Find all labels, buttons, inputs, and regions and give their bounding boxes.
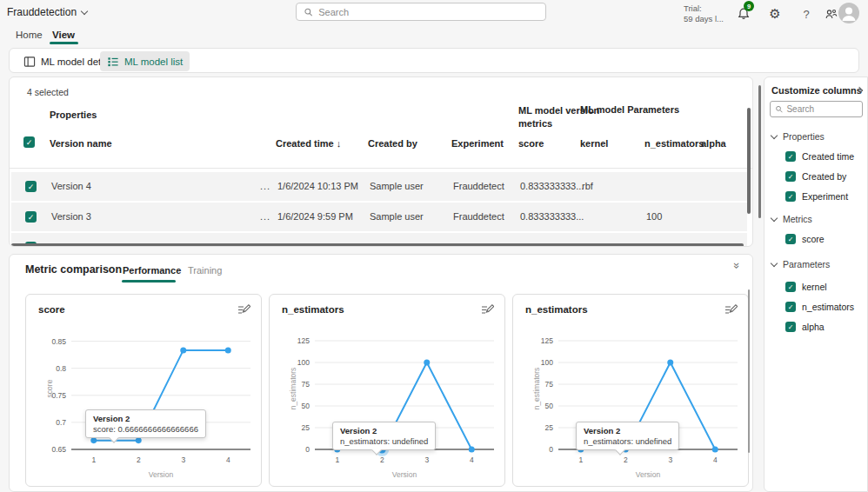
search-input[interactable]	[318, 7, 538, 17]
workspace-switcher[interactable]: Frauddetection	[7, 6, 87, 18]
svg-text:0.7: 0.7	[56, 418, 66, 427]
global-search[interactable]	[296, 3, 546, 21]
column-search-input[interactable]	[786, 104, 858, 114]
n-estimators-line-chart[interactable]: 02550751001251234n_estimatorsVersion	[270, 319, 506, 488]
score-value: 0.833333333...	[520, 181, 584, 191]
svg-text:100: 100	[297, 358, 310, 367]
svg-text:n_estimators: n_estimators	[289, 368, 297, 410]
table-vertical-scrollbar[interactable]	[747, 108, 751, 214]
active-metric-tab-indicator	[122, 280, 176, 283]
tooltip-value: n_estimators: undefined	[584, 436, 671, 446]
settings-button[interactable]: ⚙	[767, 6, 783, 22]
chart-tooltip: Version 2 n_estimators: undefined	[332, 422, 436, 450]
svg-text:1: 1	[578, 455, 583, 464]
svg-text:Version: Version	[392, 470, 417, 479]
edit-chart-icon[interactable]	[724, 303, 738, 316]
n-estimators-line-chart[interactable]: 02550751001251234n_estimatorsVersion	[513, 319, 750, 488]
select-all-checkbox[interactable]: ✓	[23, 136, 35, 148]
trial-status[interactable]: Trial: 59 days l...	[684, 3, 724, 24]
notification-badge: 9	[744, 1, 754, 11]
section-metrics[interactable]: Metrics	[771, 214, 812, 224]
column-header-created-time[interactable]: Created time ↓	[276, 138, 341, 149]
svg-text:4: 4	[470, 455, 474, 464]
tooltip-title: Version 2	[93, 414, 198, 423]
svg-text:3: 3	[181, 455, 185, 464]
list-view-icon	[107, 56, 119, 68]
chart-tooltip: Version 2 n_estimators: undefined	[576, 422, 679, 450]
customize-columns-panel: Customize columns Properties ✓ Created t…	[764, 76, 868, 492]
svg-text:3: 3	[668, 455, 672, 464]
svg-text:Version: Version	[636, 470, 661, 479]
score-line-chart[interactable]: 0.650.70.750.80.851234scoreVersion	[26, 319, 263, 488]
collapse-panel-button[interactable]: »	[731, 263, 744, 267]
created-by: Sample user	[370, 211, 424, 222]
help-button[interactable]: ?	[798, 6, 814, 22]
column-header-score[interactable]: score	[518, 138, 544, 149]
column-toggle-alpha[interactable]: ✓ alpha	[785, 322, 825, 332]
more-actions-button[interactable]: ...	[260, 211, 270, 222]
section-properties[interactable]: Properties	[771, 131, 825, 142]
tooltip-title: Version 2	[340, 426, 428, 435]
row-checkbox[interactable]: ✓	[25, 211, 37, 223]
active-tab-indicator	[50, 42, 78, 44]
checkbox-checked[interactable]: ✓	[785, 282, 796, 292]
chart-title: score	[38, 304, 65, 315]
user-avatar[interactable]	[838, 3, 859, 23]
table-row[interactable]: ✓ Version 4 ... 1/6/2024 10:13 PM Sample…	[11, 172, 747, 201]
column-toggle-n-estimators[interactable]: ✓ n_estimators	[785, 302, 854, 312]
column-header-created-by[interactable]: Created by	[368, 138, 417, 149]
checkbox-checked[interactable]: ✓	[785, 234, 796, 244]
svg-text:n_estimators: n_estimators	[532, 368, 541, 410]
column-toggle-kernel[interactable]: ✓ kernel	[785, 282, 827, 292]
tab-performance[interactable]: Performance	[123, 265, 181, 276]
charts-vertical-scrollbar[interactable]	[748, 289, 750, 453]
experiment[interactable]: Frauddetect	[453, 211, 504, 222]
edit-chart-icon[interactable]	[237, 303, 250, 316]
tab-training[interactable]: Training	[188, 265, 222, 276]
tab-home[interactable]: Home	[16, 30, 43, 40]
experiment[interactable]: Frauddetect	[453, 181, 504, 191]
column-header-kernel[interactable]: kernel	[580, 138, 608, 149]
page-vertical-scrollbar[interactable]	[758, 85, 761, 218]
row-checkbox[interactable]: ✓	[25, 181, 37, 192]
customize-columns-title: Customize columns	[771, 85, 862, 96]
tooltip-value: score: 0.6666666666666666	[93, 424, 198, 434]
column-header-alpha[interactable]: alpha	[701, 138, 726, 149]
more-actions-button[interactable]: ...	[260, 181, 270, 191]
ml-model-list-label: ML model list	[124, 57, 183, 67]
checkbox-checked[interactable]: ✓	[785, 151, 796, 162]
version-name[interactable]: Version 3	[51, 211, 91, 222]
ml-model-list-button[interactable]: ML model list	[100, 51, 190, 71]
table-row[interactable]: ✓ Version 3 ... 1/6/2024 9:59 PM Sample …	[11, 203, 747, 231]
created-time: 1/6/2024 9:59 PM	[277, 211, 353, 222]
workspace-name: Frauddetection	[7, 6, 77, 18]
column-toggle-score[interactable]: ✓ score	[785, 234, 825, 244]
svg-text:score: score	[45, 379, 54, 397]
kernel-value: rbf	[582, 181, 593, 191]
tab-view[interactable]: View	[52, 30, 75, 40]
chevron-down-icon	[771, 259, 778, 266]
version-name[interactable]: Version 4	[51, 181, 91, 191]
feedback-button[interactable]	[823, 6, 838, 22]
person-icon	[838, 3, 859, 23]
edit-chart-icon[interactable]	[480, 303, 494, 316]
checkbox-checked[interactable]: ✓	[785, 191, 796, 202]
column-toggle-experiment[interactable]: ✓ Experiment	[785, 191, 848, 202]
column-toggle-created-time[interactable]: ✓ Created time	[785, 151, 854, 162]
tooltip-title: Version 2	[584, 426, 671, 435]
checkbox-checked[interactable]: ✓	[785, 302, 796, 312]
column-header-version-name[interactable]: Version name	[50, 138, 112, 149]
svg-text:1: 1	[91, 455, 96, 464]
section-parameters[interactable]: Parameters	[771, 259, 830, 269]
checkbox-checked[interactable]: ✓	[785, 322, 796, 332]
column-search[interactable]	[770, 101, 863, 117]
chevron-down-icon	[771, 214, 778, 221]
svg-text:Version: Version	[149, 470, 174, 479]
column-header-experiment[interactable]: Experiment	[451, 138, 504, 149]
table-horizontal-scrollbar[interactable]	[11, 243, 744, 247]
svg-text:100: 100	[541, 358, 553, 367]
checkbox-checked[interactable]: ✓	[785, 171, 796, 182]
header-divider	[10, 168, 753, 169]
column-header-n-estimators[interactable]: n_estimators	[644, 138, 704, 149]
column-toggle-created-by[interactable]: ✓ Created by	[785, 171, 846, 182]
